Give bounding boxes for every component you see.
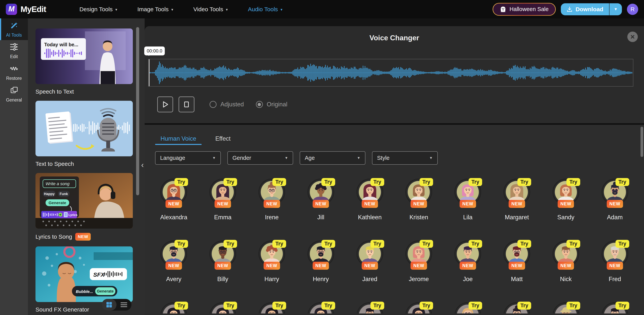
- voice-card-kristen[interactable]: Try NEW Kristen: [394, 176, 443, 238]
- try-badge[interactable]: Try: [566, 178, 580, 186]
- try-badge[interactable]: Try: [468, 240, 482, 248]
- voice-avatar[interactable]: Try NEW: [258, 240, 285, 267]
- voice-avatar[interactable]: Try: [160, 302, 187, 314]
- voice-card-harry[interactable]: Try NEW Harry: [247, 238, 296, 300]
- tab-human-voice[interactable]: Human Voice: [155, 133, 202, 145]
- try-badge[interactable]: Try: [518, 240, 531, 248]
- voice-card-avery[interactable]: Try NEW Avery: [149, 238, 198, 300]
- try-badge[interactable]: Try: [224, 240, 237, 248]
- try-badge[interactable]: Try: [322, 302, 335, 310]
- voice-avatar[interactable]: Try: [308, 302, 334, 314]
- download-button[interactable]: Download: [561, 3, 609, 15]
- voice-card-adam[interactable]: Try NEW Adam: [590, 176, 639, 238]
- tool-card-speech-to-text[interactable]: Today will be... Speech to Text: [36, 28, 133, 95]
- voice-card-margaret[interactable]: Try NEW Margaret: [492, 176, 542, 238]
- try-badge[interactable]: Try: [566, 240, 580, 248]
- voice-card[interactable]: Try: [443, 300, 492, 314]
- waveform-container[interactable]: [148, 59, 633, 87]
- nav-menu-video-tools[interactable]: Video Tools▾: [193, 6, 228, 12]
- voice-card[interactable]: Try: [590, 300, 639, 314]
- voice-card[interactable]: Try: [296, 300, 345, 314]
- voice-avatar[interactable]: Try NEW: [209, 240, 236, 267]
- playhead[interactable]: [149, 59, 150, 86]
- voice-avatar[interactable]: Try: [258, 302, 285, 314]
- radio-circle[interactable]: [210, 101, 216, 108]
- nav-menu-audio-tools[interactable]: Audio Tools▾: [248, 6, 282, 12]
- voice-card-emma[interactable]: Try NEW Emma: [198, 176, 247, 238]
- try-badge[interactable]: Try: [468, 178, 482, 186]
- voice-avatar[interactable]: Try: [356, 302, 383, 314]
- try-badge[interactable]: Try: [518, 302, 531, 310]
- user-avatar[interactable]: R: [627, 4, 638, 15]
- voice-avatar[interactable]: Try NEW: [552, 240, 579, 267]
- voice-card-henry[interactable]: Try NEW Henry: [296, 238, 345, 300]
- try-badge[interactable]: Try: [468, 302, 482, 310]
- voice-card-kathleen[interactable]: Try NEW Kathleen: [345, 176, 394, 238]
- try-badge[interactable]: Try: [566, 302, 580, 310]
- style-dropdown[interactable]: Style▼: [372, 151, 438, 165]
- voice-card-billy[interactable]: Try NEW Billy: [198, 238, 247, 300]
- voice-card-jill[interactable]: Try NEW Jill: [296, 176, 345, 238]
- try-badge[interactable]: Try: [272, 240, 286, 248]
- voice-card[interactable]: Try: [394, 300, 443, 314]
- try-badge[interactable]: Try: [616, 302, 629, 310]
- voice-avatar[interactable]: Try NEW: [308, 240, 334, 267]
- voice-avatar[interactable]: Try NEW: [258, 179, 285, 205]
- voice-card[interactable]: Try: [198, 300, 247, 314]
- try-badge[interactable]: Try: [420, 178, 433, 186]
- voice-avatar[interactable]: Try NEW: [209, 179, 236, 205]
- voice-avatar[interactable]: Try: [504, 302, 530, 314]
- voice-avatar[interactable]: Try NEW: [602, 179, 628, 205]
- voice-card[interactable]: Try: [149, 300, 198, 314]
- voice-card-jared[interactable]: Try NEW Jared: [345, 238, 394, 300]
- voice-avatar[interactable]: Try NEW: [160, 179, 187, 205]
- play-button[interactable]: [157, 96, 173, 112]
- voice-avatar[interactable]: Try NEW: [405, 240, 432, 267]
- voice-card-sandy[interactable]: Try NEW Sandy: [541, 176, 590, 238]
- voice-avatar[interactable]: Try NEW: [454, 179, 481, 205]
- stop-button[interactable]: [178, 96, 194, 112]
- try-badge[interactable]: Try: [174, 240, 188, 248]
- voice-grid-scrollbar[interactable]: [640, 127, 643, 157]
- voice-avatar[interactable]: Try: [602, 302, 628, 314]
- try-badge[interactable]: Try: [616, 240, 629, 248]
- try-badge[interactable]: Try: [272, 302, 286, 310]
- voice-avatar[interactable]: Try NEW: [504, 179, 530, 205]
- voice-card[interactable]: Try: [247, 300, 296, 314]
- voice-card-joe[interactable]: Try NEW Joe: [443, 238, 492, 300]
- voice-card-fred[interactable]: Try NEW Fred: [590, 238, 639, 300]
- try-badge[interactable]: Try: [616, 178, 629, 186]
- try-badge[interactable]: Try: [322, 178, 335, 186]
- nav-menu-design-tools[interactable]: Design Tools▾: [80, 6, 117, 12]
- collapse-panel-button[interactable]: ‹: [140, 156, 145, 174]
- voice-card-irene[interactable]: Try NEW Irene: [247, 176, 296, 238]
- voice-card-lila[interactable]: Try NEW Lila: [443, 176, 492, 238]
- voice-avatar[interactable]: Try NEW: [405, 179, 432, 205]
- voice-avatar[interactable]: Try NEW: [308, 179, 334, 205]
- voice-card[interactable]: Try: [345, 300, 394, 314]
- voice-avatar[interactable]: Try NEW: [504, 240, 530, 267]
- brand[interactable]: M MyEdit: [6, 4, 46, 15]
- voice-card-matt[interactable]: Try NEW Matt: [492, 238, 542, 300]
- voice-avatar[interactable]: Try NEW: [552, 179, 579, 205]
- sidebar-item-restore[interactable]: Restore: [0, 62, 28, 83]
- try-badge[interactable]: Try: [224, 302, 237, 310]
- radio-original[interactable]: Original: [256, 101, 288, 108]
- voice-avatar[interactable]: Try NEW: [160, 240, 187, 267]
- tool-card-text-to-speech[interactable]: Text to Speech: [36, 101, 133, 167]
- language-dropdown[interactable]: Language▼: [155, 151, 221, 165]
- try-badge[interactable]: Try: [322, 240, 335, 248]
- age-dropdown[interactable]: Age▼: [300, 151, 366, 165]
- try-badge[interactable]: Try: [370, 302, 384, 310]
- voice-card-nick[interactable]: Try NEW Nick: [541, 238, 590, 300]
- tool-panel-scrollbar[interactable]: [136, 27, 139, 195]
- voice-avatar[interactable]: Try: [454, 302, 481, 314]
- try-badge[interactable]: Try: [420, 302, 433, 310]
- gender-dropdown[interactable]: Gender▼: [228, 151, 293, 165]
- voice-avatar[interactable]: Try NEW: [356, 179, 383, 205]
- radio-adjusted[interactable]: Adjusted: [210, 101, 244, 108]
- sidebar-item-edit[interactable]: Edit: [0, 40, 28, 62]
- nav-menu-image-tools[interactable]: Image Tools▾: [137, 6, 173, 12]
- try-badge[interactable]: Try: [518, 178, 531, 186]
- voice-card[interactable]: Try: [541, 300, 590, 314]
